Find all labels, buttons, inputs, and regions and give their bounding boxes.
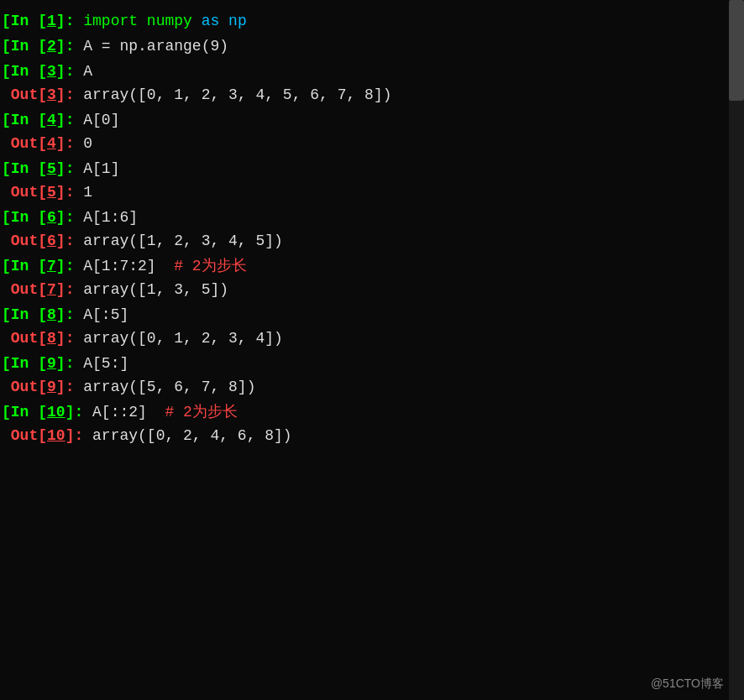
code-numpy: numpy bbox=[147, 10, 202, 34]
output-value-5: 1 bbox=[83, 181, 92, 205]
prompt-in-5: [In [5]: bbox=[2, 158, 83, 181]
code-a3: A bbox=[83, 60, 92, 84]
prompt-out-10: Out[10]: bbox=[2, 425, 92, 448]
terminal: [In [1]: import numpy as np [In [2]: A =… bbox=[0, 0, 744, 700]
prompt-out-3: Out[3]: bbox=[2, 84, 83, 107]
output-line-3: Out[3]: array([0, 1, 2, 3, 4, 5, 6, 7, 8… bbox=[2, 84, 724, 107]
output-value-9: array([5, 6, 7, 8]) bbox=[83, 376, 255, 400]
input-line-6: [In [6]: A[1:6] bbox=[2, 206, 724, 230]
prompt-in-3: [In [3]: bbox=[2, 60, 83, 84]
prompt-out-9: Out[9]: bbox=[2, 376, 83, 400]
code-as: as bbox=[202, 10, 228, 34]
input-line-4: [In [4]: A[0] bbox=[2, 109, 724, 133]
comment-7: # 2为步长 bbox=[156, 255, 247, 279]
cell-1: [In [1]: import numpy as np bbox=[2, 10, 724, 34]
output-line-5: Out[5]: 1 bbox=[2, 181, 724, 205]
code-a10: A[::2] bbox=[92, 401, 147, 425]
prompt-in-8: [In [8]: bbox=[2, 304, 83, 327]
cell-10: [In [10]: A[::2] # 2为步长 Out[10]: array([… bbox=[2, 401, 724, 448]
code-a4: A[0] bbox=[83, 109, 119, 133]
input-line-9: [In [9]: A[5:] bbox=[2, 353, 724, 376]
prompt-in-7: [In [7]: bbox=[2, 255, 83, 279]
cell-3: [In [3]: A Out[3]: array([0, 1, 2, 3, 4,… bbox=[2, 60, 724, 107]
output-line-8: Out[8]: array([0, 1, 2, 3, 4]) bbox=[2, 327, 724, 351]
cell-6: [In [6]: A[1:6] Out[6]: array([1, 2, 3, … bbox=[2, 206, 724, 253]
code-import: import bbox=[83, 10, 147, 34]
input-line-3: [In [3]: A bbox=[2, 60, 724, 84]
prompt-in-1: [In [1]: bbox=[2, 10, 83, 34]
output-value-6: array([1, 2, 3, 4, 5]) bbox=[83, 230, 283, 253]
cell-7: [In [7]: A[1:7:2] # 2为步长 Out[7]: array([… bbox=[2, 255, 724, 302]
output-line-9: Out[9]: array([5, 6, 7, 8]) bbox=[2, 376, 724, 400]
input-line-1: [In [1]: import numpy as np bbox=[2, 10, 724, 34]
code-a6: A[1:6] bbox=[83, 206, 138, 230]
prompt-out-4: Out[4]: bbox=[2, 133, 83, 156]
prompt-in-6: [In [6]: bbox=[2, 206, 83, 230]
output-value-8: array([0, 1, 2, 3, 4]) bbox=[83, 327, 283, 351]
prompt-out-7: Out[7]: bbox=[2, 279, 83, 302]
prompt-in-2: [In [2]: bbox=[2, 35, 83, 59]
code-a8: A[:5] bbox=[83, 304, 128, 327]
scrollbar[interactable] bbox=[729, 0, 744, 700]
output-value-3: array([0, 1, 2, 3, 4, 5, 6, 7, 8]) bbox=[83, 84, 391, 107]
prompt-out-8: Out[8]: bbox=[2, 327, 83, 351]
output-line-4: Out[4]: 0 bbox=[2, 133, 724, 156]
code-arange: A = np.arange(9) bbox=[83, 35, 228, 59]
scrollbar-thumb[interactable] bbox=[729, 0, 744, 101]
output-value-7: array([1, 3, 5]) bbox=[83, 279, 228, 302]
cell-5: [In [5]: A[1] Out[5]: 1 bbox=[2, 158, 724, 205]
cell-2: [In [2]: A = np.arange(9) bbox=[2, 35, 724, 59]
output-line-6: Out[6]: array([1, 2, 3, 4, 5]) bbox=[2, 230, 724, 253]
input-line-5: [In [5]: A[1] bbox=[2, 158, 724, 181]
output-line-7: Out[7]: array([1, 3, 5]) bbox=[2, 279, 724, 302]
cell-8: [In [8]: A[:5] Out[8]: array([0, 1, 2, 3… bbox=[2, 304, 724, 351]
code-a9: A[5:] bbox=[83, 353, 128, 376]
prompt-out-5: Out[5]: bbox=[2, 181, 83, 205]
prompt-in-9: [In [9]: bbox=[2, 353, 83, 376]
input-line-10: [In [10]: A[::2] # 2为步长 bbox=[2, 401, 724, 425]
output-value-10: array([0, 2, 4, 6, 8]) bbox=[92, 425, 292, 448]
comment-10: # 2为步长 bbox=[147, 401, 238, 425]
code-content: [In [1]: import numpy as np [In [2]: A =… bbox=[0, 7, 744, 453]
watermark: @51CTO博客 bbox=[651, 675, 724, 693]
input-line-2: [In [2]: A = np.arange(9) bbox=[2, 35, 724, 59]
prompt-in-4: [In [4]: bbox=[2, 109, 83, 133]
output-value-4: 0 bbox=[83, 133, 92, 156]
code-np: np bbox=[228, 10, 247, 34]
prompt-in-10: [In [10]: bbox=[2, 401, 92, 425]
code-a7: A[1:7:2] bbox=[83, 255, 155, 279]
input-line-8: [In [8]: A[:5] bbox=[2, 304, 724, 327]
cell-9: [In [9]: A[5:] Out[9]: array([5, 6, 7, 8… bbox=[2, 353, 724, 400]
input-line-7: [In [7]: A[1:7:2] # 2为步长 bbox=[2, 255, 724, 279]
prompt-out-6: Out[6]: bbox=[2, 230, 83, 253]
code-a5: A[1] bbox=[83, 158, 119, 181]
cell-4: [In [4]: A[0] Out[4]: 0 bbox=[2, 109, 724, 156]
output-line-10: Out[10]: array([0, 2, 4, 6, 8]) bbox=[2, 425, 724, 448]
